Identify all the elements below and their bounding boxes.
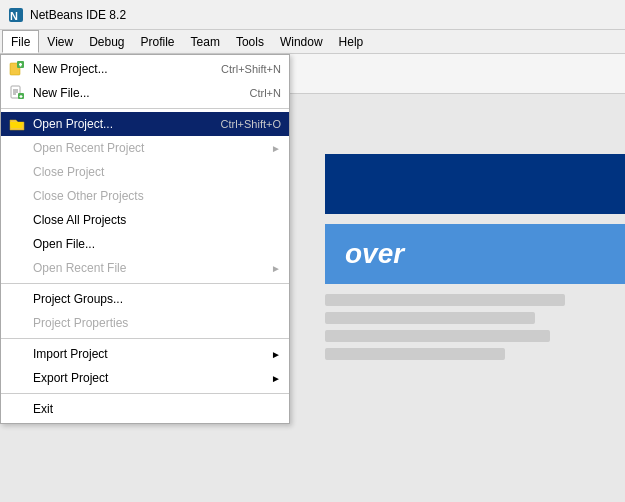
import-project-label: Import Project [33,347,263,361]
menu-tools[interactable]: Tools [228,30,272,53]
menu-window[interactable]: Window [272,30,331,53]
menu-view[interactable]: View [39,30,81,53]
menu-item-open-project[interactable]: Open Project... Ctrl+Shift+O [1,112,289,136]
gray-line-3 [325,330,550,342]
gray-line-4 [325,348,505,360]
menu-item-project-groups[interactable]: Project Groups... [1,287,289,311]
exit-label: Exit [33,402,281,416]
menu-item-open-recent-project[interactable]: Open Recent Project ► [1,136,289,160]
menu-item-open-file[interactable]: Open File... [1,232,289,256]
menu-item-close-all-projects[interactable]: Close All Projects [1,208,289,232]
menu-help[interactable]: Help [331,30,372,53]
menu-item-import-project[interactable]: Import Project ► [1,342,289,366]
menu-file[interactable]: File [2,30,39,53]
menu-item-export-project[interactable]: Export Project ► [1,366,289,390]
gray-lines [325,294,625,366]
open-recent-project-label: Open Recent Project [33,141,263,155]
svg-text:N: N [10,10,18,22]
open-project-label: Open Project... [33,117,200,131]
open-recent-file-label: Open Recent File [33,261,263,275]
blue-banner-bottom: over [325,224,625,284]
menu-profile[interactable]: Profile [133,30,183,53]
separator-3 [1,338,289,339]
open-recent-file-arrow: ► [271,263,281,274]
app-title: NetBeans IDE 8.2 [30,8,126,22]
new-file-label: New File... [33,86,230,100]
open-file-label: Open File... [33,237,281,251]
menu-bar: File View Debug Profile Team Tools Windo… [0,30,625,54]
blue-banner-top [325,154,625,214]
menu-item-open-recent-file[interactable]: Open Recent File ► [1,256,289,280]
new-project-label: New Project... [33,62,201,76]
project-groups-label: Project Groups... [33,292,281,306]
close-other-projects-label: Close Other Projects [33,189,281,203]
export-project-label: Export Project [33,371,263,385]
open-project-shortcut: Ctrl+Shift+O [220,118,281,130]
import-project-arrow: ► [271,349,281,360]
new-project-shortcut: Ctrl+Shift+N [221,63,281,75]
open-recent-project-arrow: ► [271,143,281,154]
open-project-icon [7,114,27,134]
separator-1 [1,108,289,109]
menu-debug[interactable]: Debug [81,30,132,53]
menu-item-project-properties[interactable]: Project Properties [1,311,289,335]
menu-item-close-project[interactable]: Close Project [1,160,289,184]
export-project-arrow: ► [271,373,281,384]
gray-line-1 [325,294,565,306]
file-dropdown-menu: New Project... Ctrl+Shift+N New File... … [0,54,290,424]
close-all-projects-label: Close All Projects [33,213,281,227]
close-project-label: Close Project [33,165,281,179]
menu-item-new-project[interactable]: New Project... Ctrl+Shift+N [1,57,289,81]
file-dropdown-overlay: New Project... Ctrl+Shift+N New File... … [0,54,290,424]
menu-item-new-file[interactable]: New File... Ctrl+N [1,81,289,105]
menu-item-exit[interactable]: Exit [1,397,289,421]
separator-2 [1,283,289,284]
new-project-icon [7,59,27,79]
title-bar: N NetBeans IDE 8.2 [0,0,625,30]
menu-team[interactable]: Team [183,30,228,53]
new-file-shortcut: Ctrl+N [250,87,281,99]
separator-4 [1,393,289,394]
menu-item-close-other-projects[interactable]: Close Other Projects [1,184,289,208]
project-properties-label: Project Properties [33,316,281,330]
app-icon: N [8,7,24,23]
gray-line-2 [325,312,535,324]
new-file-icon [7,83,27,103]
